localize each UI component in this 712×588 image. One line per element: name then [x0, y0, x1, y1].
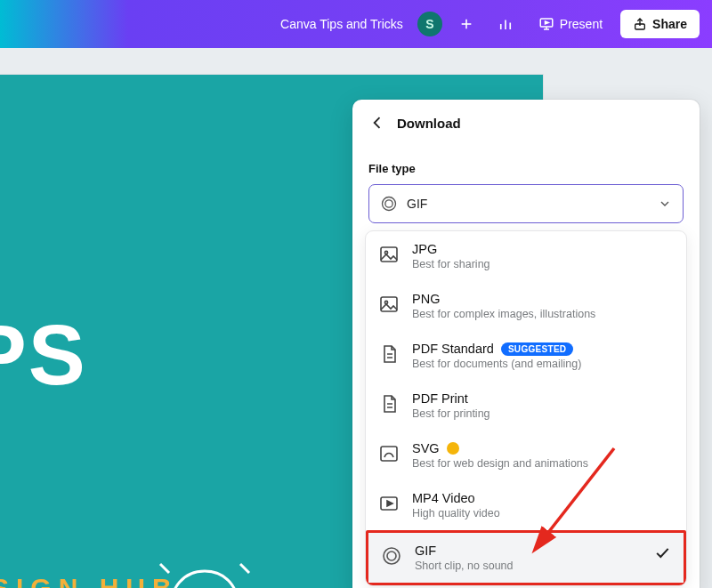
share-icon — [633, 17, 647, 31]
file-type-select[interactable]: GIF — [368, 184, 684, 223]
file-type-options-list: JPG Best for sharing PNG Best for comple… — [365, 230, 687, 586]
svg-marker-6 — [545, 21, 548, 24]
svg-marker-26 — [387, 501, 392, 506]
add-collaborator-button[interactable] — [451, 9, 481, 39]
video-icon — [378, 493, 400, 514]
svg-rect-16 — [381, 247, 397, 262]
option-title: PNG — [412, 292, 674, 306]
lightbulb-illustration — [151, 555, 258, 588]
svg-icon — [378, 443, 400, 464]
option-title: PDF Standard — [412, 342, 494, 356]
option-subtitle: Best for web design and animations — [412, 457, 674, 470]
present-button[interactable]: Present — [530, 11, 611, 37]
top-toolbar: Canva Tips and Tricks S Present Share — [0, 0, 712, 48]
present-icon — [538, 16, 554, 32]
gif-icon — [380, 195, 398, 213]
file-type-option-pdf-standard[interactable]: PDF Standard SUGGESTED Best for document… — [366, 331, 686, 381]
option-subtitle: High quality video — [412, 507, 674, 520]
option-subtitle: Best for sharing — [412, 258, 674, 270]
option-title: JPG — [412, 242, 674, 256]
option-subtitle: Best for documents (and emailing) — [412, 358, 674, 370]
design-text-line-1: A TIPS — [0, 306, 87, 404]
plus-icon — [459, 17, 473, 31]
svg-line-12 — [160, 564, 169, 573]
file-type-option-gif[interactable]: GIF Short clip, no sound — [366, 530, 686, 585]
suggested-badge: SUGGESTED — [501, 342, 574, 356]
analytics-button[interactable] — [490, 9, 521, 39]
share-label: Share — [652, 17, 687, 31]
file-type-option-png[interactable]: PNG Best for complex images, illustratio… — [366, 281, 686, 331]
option-title: GIF — [415, 544, 641, 558]
file-type-option-mp4[interactable]: MP4 Video High quality video — [366, 480, 686, 530]
premium-crown-icon — [447, 442, 459, 455]
download-panel-title: Download — [397, 116, 461, 131]
image-icon — [378, 294, 400, 315]
chevron-down-icon — [658, 197, 672, 211]
option-subtitle: Best for complex images, illustrations — [412, 308, 674, 320]
option-title: PDF Print — [412, 391, 674, 406]
file-type-option-pdf-print[interactable]: PDF Print Best for printing — [366, 381, 686, 431]
file-type-selected-value: GIF — [407, 197, 649, 211]
present-label: Present — [560, 17, 603, 31]
document-icon — [378, 393, 400, 415]
download-panel: Download File type GIF JPG Best for shar… — [352, 100, 700, 588]
file-type-label: File type — [352, 146, 700, 184]
option-subtitle: Short clip, no sound — [415, 560, 641, 572]
document-title[interactable]: Canva Tips and Tricks — [280, 17, 403, 31]
file-type-option-jpg[interactable]: JPG Best for sharing — [366, 231, 686, 281]
svg-point-28 — [387, 552, 396, 560]
document-icon — [378, 343, 400, 365]
gif-icon — [381, 545, 402, 567]
image-icon — [378, 244, 400, 265]
svg-point-27 — [384, 548, 400, 564]
option-title: SVG — [412, 441, 440, 455]
back-icon[interactable] — [368, 114, 386, 132]
svg-point-15 — [385, 200, 392, 207]
svg-point-14 — [383, 197, 396, 211]
editor-stage: A TIPS CKS SIGN HUB Download File type G… — [0, 48, 712, 588]
svg-rect-18 — [381, 297, 397, 311]
file-type-option-svg[interactable]: SVG Best for web design and animations — [366, 431, 686, 480]
download-panel-header: Download — [352, 100, 700, 146]
user-avatar[interactable]: S — [417, 12, 442, 36]
option-title: MP4 Video — [412, 491, 674, 505]
svg-line-13 — [240, 564, 249, 573]
share-button[interactable]: Share — [620, 10, 700, 38]
check-icon — [653, 544, 671, 561]
option-subtitle: Best for printing — [412, 407, 674, 420]
analytics-icon — [498, 16, 514, 32]
